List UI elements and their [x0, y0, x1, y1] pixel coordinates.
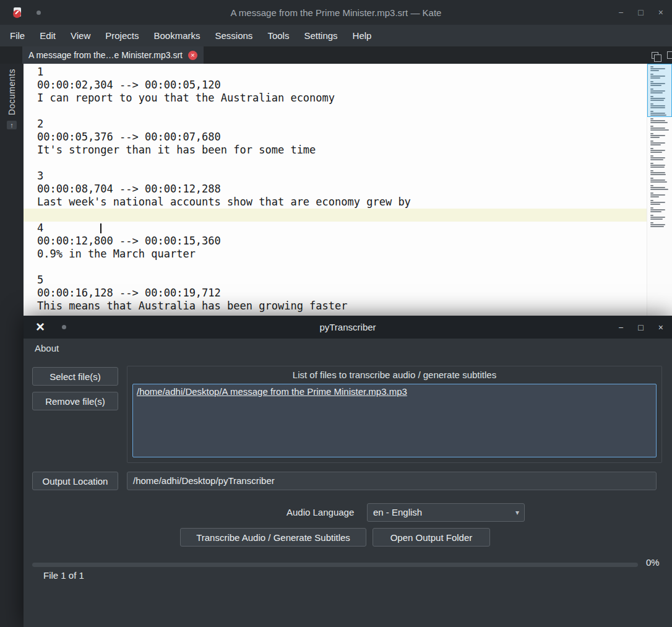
editor-line: 00:00:08,704 --> 00:00:12,288 [37, 183, 647, 196]
close-button[interactable]: × [658, 0, 663, 25]
maximize-button[interactable]: □ [638, 322, 643, 332]
documents-stack-icon[interactable] [652, 52, 658, 59]
editor-line: 00:00:16,128 --> 00:00:19,712 [37, 287, 647, 300]
kate-menubar: File Edit View Projects Bookmarks Sessio… [0, 25, 672, 46]
minimize-button[interactable]: − [618, 322, 623, 332]
split-view-icon[interactable] [667, 51, 672, 59]
minimize-button[interactable]: − [618, 0, 623, 25]
editor-line: 0.9% in the March quarter [37, 248, 647, 261]
editor-line: 5 [37, 274, 647, 287]
tab-close-icon[interactable]: × [188, 51, 197, 60]
kate-titlebar[interactable]: A message from the Prime Minister.mp3.sr… [0, 0, 672, 25]
editor-line [37, 157, 647, 170]
pytranscriber-titlebar[interactable]: × pyTranscriber − □ × [24, 316, 672, 339]
menu-settings[interactable]: Settings [296, 25, 345, 46]
output-path-field[interactable]: /home/adhi/Desktop/pyTranscriber [127, 472, 657, 490]
text-cursor [100, 223, 101, 233]
editor-line: 3 [37, 170, 647, 183]
editor-line: I can report to you that the Australian … [37, 92, 647, 105]
tab-label: A message from the…e Minister.mp3.srt [28, 50, 183, 60]
kate-left-sidebar: Documents ↑ [0, 64, 24, 627]
kate-window-title: A message from the Prime Minister.mp3.sr… [93, 7, 579, 18]
kate-tabbar: A message from the…e Minister.mp3.srt × [0, 46, 672, 64]
kate-window-controls: − □ × [579, 0, 672, 25]
menu-edit[interactable]: Edit [32, 25, 63, 46]
close-button[interactable]: × [658, 322, 663, 332]
audio-language-value: en - English [373, 507, 422, 517]
documents-icon: ↑ [7, 121, 17, 129]
audio-language-label: Audio Language [286, 503, 354, 522]
menu-help[interactable]: Help [345, 25, 379, 46]
menu-bookmarks[interactable]: Bookmarks [146, 25, 207, 46]
transcribe-button[interactable]: Transcribe Audio / Generate Subtitles [180, 528, 366, 547]
minimap-viewport[interactable] [647, 64, 672, 117]
editor-line: 00:00:02,304 --> 00:00:05,120 [37, 79, 647, 92]
menu-tools[interactable]: Tools [260, 25, 296, 46]
select-files-button[interactable]: Select file(s) [32, 367, 118, 386]
output-location-button[interactable]: Output Location [32, 472, 118, 490]
menu-sessions[interactable]: Sessions [208, 25, 261, 46]
editor-line: This means that Australia has been growi… [37, 300, 647, 313]
remove-files-button[interactable]: Remove file(s) [32, 392, 118, 410]
maximize-button[interactable]: □ [638, 0, 643, 25]
editor-current-line [24, 209, 647, 222]
menu-about[interactable]: About [32, 342, 61, 355]
editor-line: It's stronger than it has been for some … [37, 144, 647, 157]
file-list-item[interactable]: /home/adhi/Desktop/A message from the Pr… [137, 386, 652, 397]
sidebar-documents-label: Documents [7, 69, 17, 115]
editor-line: 00:00:05,376 --> 00:00:07,680 [37, 131, 647, 144]
pytranscriber-window: × pyTranscriber − □ × About Select file(… [24, 316, 672, 627]
tabbar-actions [652, 46, 672, 64]
file-list-groupbox: List of files to transcribe audio / gene… [127, 366, 662, 463]
editor-line [37, 105, 647, 118]
editor-line: 1 [37, 66, 647, 79]
file-counter-label: File 1 of 1 [43, 570, 84, 581]
chevron-down-icon: ▾ [515, 504, 519, 521]
progress-percent: 0% [646, 557, 660, 568]
open-output-folder-button[interactable]: Open Output Folder [373, 528, 490, 547]
file-list-title: List of files to transcribe audio / gene… [127, 366, 661, 380]
editor-line: 00:00:12,800 --> 00:00:15,360 [37, 235, 647, 248]
pytranscriber-menubar: About [24, 339, 672, 357]
kate-titlebar-left [0, 7, 93, 18]
sidebar-documents-toggle[interactable]: Documents ↑ [7, 69, 17, 129]
kate-app-icon [12, 7, 23, 18]
audio-language-select[interactable]: en - English ▾ [367, 503, 525, 522]
progress-bar [32, 563, 638, 567]
editor-line: 2 [37, 118, 647, 131]
editor-line: 4 [37, 222, 647, 235]
menu-projects[interactable]: Projects [98, 25, 146, 46]
menu-view[interactable]: View [63, 25, 98, 46]
file-list[interactable]: /home/adhi/Desktop/A message from the Pr… [132, 384, 657, 457]
editor-line: Last week's national accounts show that … [37, 196, 647, 209]
tab-current-document[interactable]: A message from the…e Minister.mp3.srt × [22, 46, 204, 64]
titlebar-dot-icon [37, 11, 41, 15]
menu-file[interactable]: File [2, 25, 32, 46]
pytranscriber-window-controls: − □ × [618, 316, 663, 339]
editor-line [37, 261, 647, 274]
desktop: A message from the Prime Minister.mp3.sr… [0, 0, 672, 627]
pytranscriber-window-title: pyTranscriber [24, 316, 672, 339]
